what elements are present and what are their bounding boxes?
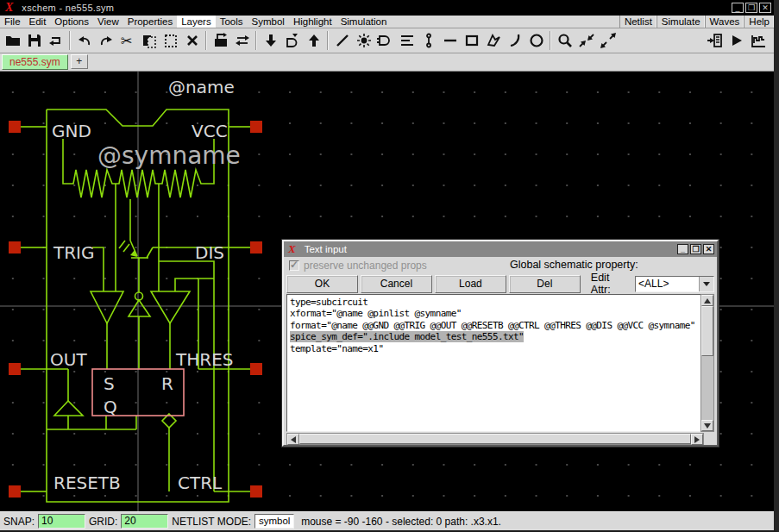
zoom-box-icon[interactable] [554, 29, 575, 52]
draw-wire-icon[interactable] [331, 29, 353, 52]
cut-icon[interactable]: ✂ [116, 29, 138, 52]
menu-layers[interactable]: Layers [177, 16, 216, 28]
preserve-props-checkbox[interactable] [289, 260, 299, 271]
minimize-button[interactable]: _ [677, 244, 688, 254]
menu-simulation[interactable]: Simulation [336, 16, 392, 28]
delete-icon[interactable] [181, 29, 203, 52]
make-symbol-icon[interactable] [374, 29, 396, 52]
menu-netlist[interactable]: Netlist [619, 16, 656, 28]
menu-edit[interactable]: Edit [25, 16, 51, 28]
schematic-canvas[interactable]: @name GND VCC @symname TRIG DIS OUT THRE… [0, 72, 774, 511]
menu-view[interactable]: View [93, 16, 123, 28]
close-button[interactable]: ✕ [703, 244, 714, 254]
edit-attr-dropdown[interactable]: <ALL> [635, 276, 714, 292]
save-icon[interactable] [23, 29, 45, 52]
netlist-mode-label: NETLIST MODE: [172, 516, 251, 528]
pin-gnd [9, 121, 21, 133]
cancel-button[interactable]: Cancel [361, 275, 432, 293]
descend-schematic-icon[interactable] [260, 29, 281, 52]
menu-options[interactable]: Options [50, 16, 93, 28]
xschem-logo-icon: X [5, 2, 13, 14]
symbol-labels: @name GND VCC @symname TRIG DIS OUT THRE… [50, 77, 241, 493]
zoom-out-icon[interactable] [597, 29, 619, 52]
wire-label-icon[interactable] [418, 29, 439, 52]
tab-ne555-sym[interactable]: ne555.sym [2, 54, 68, 70]
dialog-title: Text input [305, 244, 347, 254]
load-button[interactable]: Load [435, 275, 506, 293]
netlist-icon[interactable] [704, 29, 726, 52]
undo-icon[interactable] [73, 29, 95, 52]
menu-simulate[interactable]: Simulate [656, 16, 705, 28]
place-instance-icon[interactable] [210, 29, 231, 52]
menu-properties[interactable]: Properties [123, 16, 177, 28]
descend-symbol-icon[interactable] [281, 29, 303, 52]
property-line: type=subcircuit [290, 297, 703, 308]
copy-icon[interactable] [138, 29, 160, 52]
zoom-in-icon[interactable] [575, 29, 597, 52]
exchange-icon[interactable] [231, 29, 253, 52]
draw-circle-icon[interactable] [525, 29, 547, 52]
draw-polygon-icon[interactable] [482, 29, 504, 52]
output-buffer [54, 401, 83, 416]
place-text-icon[interactable] [396, 29, 418, 52]
ok-button[interactable]: OK [286, 275, 358, 293]
new-tab-button[interactable]: + [71, 54, 88, 69]
scroll-up-icon[interactable] [701, 295, 713, 306]
menu-help[interactable]: Help [744, 16, 774, 28]
pin-thres [250, 363, 262, 375]
netlist-mode-value[interactable]: symbol [254, 514, 294, 529]
pin-resetb [9, 485, 21, 498]
go-back-icon[interactable] [303, 29, 324, 52]
open-file-icon[interactable] [2, 29, 23, 52]
property-textarea[interactable]: type=subcircuitxformat="@name @pinlist @… [286, 294, 704, 432]
scroll-left-icon[interactable] [287, 434, 299, 445]
pin-dis [250, 241, 262, 253]
scroll-right-icon[interactable] [691, 434, 703, 445]
toolbar: ✂ [0, 28, 774, 53]
maximize-button[interactable]: ❒ [690, 244, 701, 254]
label-symname: @symname [97, 141, 241, 170]
horizontal-scroll-thumb[interactable] [299, 434, 691, 444]
dialog-title-bar[interactable]: X Text input _❒✕ [284, 241, 717, 257]
label-gnd: GND [52, 121, 91, 141]
close-button[interactable]: ✕ [759, 3, 771, 13]
comparator-left [91, 291, 123, 323]
reload-icon[interactable] [45, 29, 66, 52]
horizontal-scrollbar[interactable] [286, 433, 704, 445]
del-button[interactable]: Del [509, 275, 581, 293]
minimize-button[interactable]: _ [732, 3, 744, 13]
grid-input[interactable]: 20 [121, 514, 168, 529]
menu-symbol[interactable]: Symbol [248, 16, 289, 28]
label-resetb: RESETB [53, 473, 121, 493]
title-bar: X xschem - ne555.sym _❒✕ [0, 0, 774, 16]
label-r: R [161, 373, 173, 394]
maximize-button[interactable]: ❒ [745, 3, 757, 13]
window-title: xschem - ne555.sym [22, 3, 114, 13]
inverter-triangle [129, 300, 150, 316]
menu-file[interactable]: File [0, 16, 25, 28]
edit-attr-label: Edit Attr: [591, 272, 631, 296]
waves-icon[interactable] [747, 29, 769, 52]
paste-icon[interactable] [160, 29, 181, 52]
pin-ctrl [250, 485, 262, 498]
label-vcc: VCC [192, 121, 228, 141]
menu-highlight[interactable]: Highlight [289, 16, 336, 28]
toolbar-separator [69, 31, 71, 50]
pin-vcc [250, 121, 262, 133]
vertical-scroll-thumb[interactable] [701, 306, 713, 356]
draw-arc-icon[interactable] [504, 29, 525, 52]
draw-rect-icon[interactable] [461, 29, 482, 52]
dropdown-arrow-icon[interactable] [699, 277, 713, 291]
toggle-light-icon[interactable] [353, 29, 374, 52]
snap-input[interactable]: 10 [38, 514, 85, 529]
toolbar-separator [255, 31, 257, 50]
redo-icon[interactable] [95, 29, 116, 52]
scroll-down-icon[interactable] [701, 420, 713, 431]
simulate-icon[interactable] [726, 29, 747, 52]
tab-bar: ne555.sym + [0, 53, 774, 72]
menu-tools[interactable]: Tools [216, 16, 248, 28]
vertical-scrollbar[interactable] [700, 294, 714, 432]
menu-waves[interactable]: Waves [705, 16, 744, 28]
draw-line-icon[interactable] [439, 29, 461, 52]
text-input-dialog: X Text input _❒✕ preserve unchanged prop… [282, 240, 719, 447]
